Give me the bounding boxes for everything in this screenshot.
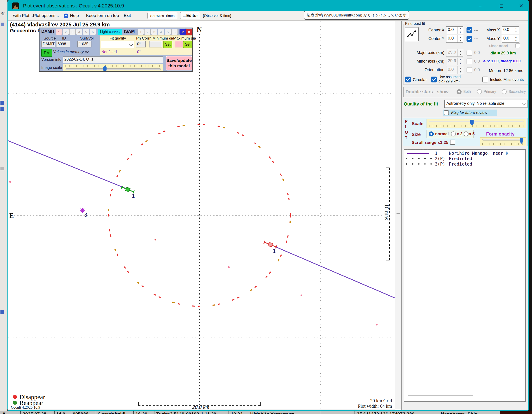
menu-with-plot[interactable]: with Plot... (13, 13, 33, 18)
min-dia-field[interactable] (149, 41, 162, 48)
chord-1-pre (8, 141, 126, 189)
spinner-arrows[interactable]: ▲▼ (457, 58, 463, 65)
double-secondary-radio[interactable] (502, 89, 507, 94)
title-bar[interactable]: Plot event observations : Occult v.4.202… (8, 1, 528, 11)
menu-help[interactable]: Help (70, 13, 79, 18)
shape-model-checkbox[interactable] (515, 43, 520, 48)
size-x2-label: x 2 (457, 132, 462, 136)
err-button[interactable]: Err (41, 49, 52, 57)
isam-tab-5[interactable]: 5 (165, 29, 171, 35)
spinner-arrows[interactable]: ▲▼ (457, 49, 463, 57)
flag-review-checkbox[interactable] (444, 110, 449, 115)
damit-close-button[interactable]: X (186, 29, 192, 35)
spinner-arrows[interactable]: ▲▼ (513, 35, 519, 42)
version-info-field[interactable]: 2022-02-14, Q=1 (63, 57, 163, 63)
spinner-arrows[interactable]: ▲▼ (457, 67, 463, 74)
ph-corrn-field[interactable]: 0° (136, 41, 146, 48)
isam-tab-6[interactable]: 6 (171, 29, 178, 35)
min-dia-set-button[interactable]: Set (163, 41, 172, 48)
damit-tab-2[interactable]: 2 (63, 29, 69, 35)
spinner-arrows[interactable]: ▲▼ (457, 35, 463, 42)
id-field[interactable]: 6098 (56, 41, 70, 48)
source-header: Source (44, 36, 56, 41)
maximize-button[interactable]: ◻ (496, 2, 507, 10)
occult-version-label: Occult 4.2025.10.9 (11, 405, 40, 409)
flag-review-wrap: Flag for future review (443, 110, 497, 116)
damit-tab-1[interactable]: 1 (56, 29, 62, 35)
mass-x-spinner[interactable]: 0.0▲▼ (502, 26, 519, 34)
minor-axis-checkbox[interactable] (466, 58, 472, 64)
scroll-thumb[interactable] (205, 410, 210, 410)
spinner-arrows[interactable]: ▲▼ (457, 27, 463, 34)
editor-button[interactable]: →Editor (180, 12, 200, 19)
scale-thumb[interactable] (470, 120, 474, 125)
include-miss-checkbox[interactable] (482, 77, 488, 82)
size-x2-radio[interactable] (451, 131, 456, 136)
occult-plot-window: Plot event observations : Occult v.4.202… (8, 0, 529, 411)
center-y-dash: --- (474, 36, 478, 41)
fit-chart-button[interactable] (405, 27, 419, 41)
major-axis-spinner[interactable]: 29.9▲▼ (446, 49, 463, 57)
center-y-checkbox[interactable] (466, 36, 472, 42)
damit-tab-3[interactable]: 3 (69, 29, 76, 35)
flag-review-label: Flag for future review (451, 110, 487, 115)
damit-tab-5[interactable]: 5 (83, 29, 89, 35)
bg-cell: 2025 07 28 (23, 411, 46, 414)
mas-scale-bracket: 10 mas (384, 168, 390, 261)
motion-value: Motion: 12.86 km/s (489, 68, 523, 73)
use-assumed-checkbox[interactable] (431, 77, 437, 82)
isam-tab-3[interactable]: 3 (151, 29, 157, 35)
scroll-thumb[interactable] (397, 213, 400, 214)
fit-quality-dropdown[interactable] (101, 41, 134, 48)
plot-canvas[interactable]: (4144) Vladvasil'ev 2025 Jul 25 29.9 km … (8, 21, 395, 409)
signin-tooltip: 勝彦 北崎 (vyn03140@nifty.com) がサインインしています (304, 11, 409, 20)
plot-vertical-scrollbar[interactable] (395, 21, 401, 409)
menu-keep-form-on-top[interactable]: Keep form on top (86, 13, 119, 18)
observer-time-label[interactable]: {Observer & time} (203, 14, 231, 18)
double-primary-radio[interactable] (477, 89, 482, 94)
save-update-model-button[interactable]: Save/update this model (166, 56, 192, 70)
menu-exit[interactable]: Exit (124, 13, 131, 18)
scale-slider[interactable] (427, 119, 526, 128)
center-x-checkbox[interactable] (466, 27, 472, 33)
scroll-range-checkbox[interactable] (450, 140, 455, 145)
observer-row-name: Predicted (449, 162, 472, 166)
surfvol-header: Surf/Vol (80, 36, 94, 41)
close-button[interactable]: ✕ (516, 2, 526, 10)
quality-dropdown[interactable]: Astrometry only. No reliable size (444, 100, 527, 108)
mass-y-spinner[interactable]: 0.0▲▼ (502, 35, 519, 43)
form-opacity-slider[interactable] (480, 137, 526, 146)
orientation-checkbox[interactable] (466, 67, 472, 73)
major-axis-checkbox[interactable] (466, 50, 472, 56)
set-miss-times-button[interactable]: Set 'Miss' Times (147, 12, 177, 19)
light-curves-button[interactable]: Light curves (98, 29, 122, 35)
major-axis-zero: 0.0 (474, 50, 480, 55)
help-icon: ? (64, 14, 68, 18)
size-normal-radio[interactable] (429, 131, 434, 136)
quality-label: Quality of the fit (404, 101, 438, 106)
chord-1-post (271, 245, 395, 298)
max-dia-set-button[interactable]: Set (183, 41, 192, 48)
min-dia-header: Minimum dia (152, 36, 174, 41)
damit-help-button[interactable]: ? (180, 29, 186, 35)
listbox-hscrollbar[interactable] (408, 395, 473, 396)
center-y-spinner[interactable]: 0.0▲▼ (446, 35, 463, 43)
double-both-radio[interactable] (456, 89, 462, 94)
isam-tab-4[interactable]: 4 (158, 29, 164, 35)
menu-plot-options[interactable]: Plot options... (33, 13, 59, 18)
damit-tab-4[interactable]: 4 (76, 29, 82, 35)
plot-horizontal-scrollbar[interactable] (8, 409, 395, 411)
isam-tab-2[interactable]: 2 (144, 29, 151, 35)
center-x-spinner[interactable]: 0.0▲▼ (446, 26, 463, 34)
isam-tab-1[interactable]: 1 (138, 29, 144, 35)
circular-checkbox[interactable] (405, 77, 411, 82)
spinner-arrows[interactable]: ▲▼ (513, 27, 519, 34)
observers-listbox[interactable]: 1 Norihiro Manago, near K 2(P) Predicted… (404, 149, 526, 402)
minor-axis-spinner[interactable]: 29.9▲▼ (446, 58, 463, 65)
size-x5-radio[interactable] (464, 131, 469, 136)
orientation-spinner[interactable]: 0.0▲▼ (446, 66, 463, 74)
minimize-button[interactable]: – (475, 2, 485, 10)
damit-tab-6[interactable]: 6 (90, 29, 96, 35)
image-scale-slider[interactable] (63, 64, 163, 71)
double-stars-title: Double stars - show (406, 89, 448, 94)
